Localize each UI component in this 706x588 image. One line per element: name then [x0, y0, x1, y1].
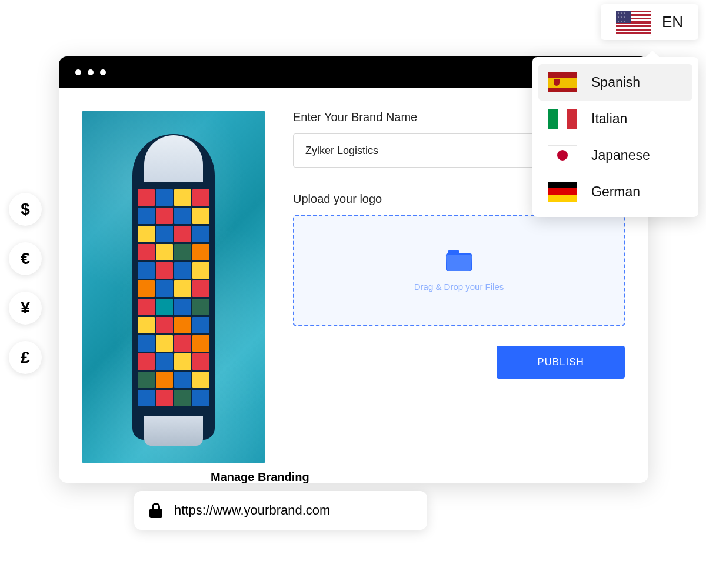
language-code: EN: [662, 13, 683, 31]
language-selector[interactable]: EN: [601, 4, 698, 40]
flag-usa-icon: [616, 11, 651, 34]
flag-italy-icon: [548, 109, 577, 129]
language-name: Italian: [591, 111, 627, 127]
flag-germany-icon: [548, 182, 577, 202]
brand-url-bar[interactable]: https://www.yourbrand.com: [134, 491, 427, 530]
language-name: Spanish: [591, 75, 640, 91]
currency-symbol: $: [21, 200, 30, 219]
currency-euro[interactable]: €: [9, 242, 42, 275]
dropzone-hint: Drag & Drop your Files: [414, 282, 504, 292]
language-option-italian[interactable]: Italian: [538, 101, 692, 137]
language-option-japanese[interactable]: Japanese: [538, 137, 692, 173]
flag-spain-icon: [548, 72, 577, 92]
language-name: German: [591, 184, 640, 200]
currency-symbol: ¥: [21, 299, 30, 318]
currency-pound[interactable]: £: [9, 341, 42, 374]
language-option-german[interactable]: German: [538, 173, 692, 210]
language-name: Japanese: [591, 148, 650, 163]
logo-dropzone[interactable]: Drag & Drop your Files: [293, 215, 625, 326]
window-dot: [75, 69, 81, 75]
currency-dollar[interactable]: $: [9, 193, 42, 226]
brand-hero-image: [82, 111, 265, 463]
manage-branding-title: Manage Branding: [211, 470, 309, 484]
currency-yen[interactable]: ¥: [9, 292, 42, 325]
publish-button[interactable]: PUBLISH: [497, 346, 625, 379]
language-option-spanish[interactable]: Spanish: [538, 64, 692, 101]
brand-url-text: https://www.yourbrand.com: [174, 503, 330, 518]
currency-list: $ € ¥ £: [9, 193, 42, 374]
language-dropdown: Spanish Italian Japanese German: [532, 57, 698, 217]
currency-symbol: £: [21, 348, 30, 367]
flag-japan-icon: [548, 145, 577, 165]
window-dot: [100, 69, 106, 75]
currency-symbol: €: [21, 249, 30, 268]
folder-icon: [446, 250, 472, 271]
lock-icon: [149, 503, 162, 518]
window-dot: [88, 69, 94, 75]
